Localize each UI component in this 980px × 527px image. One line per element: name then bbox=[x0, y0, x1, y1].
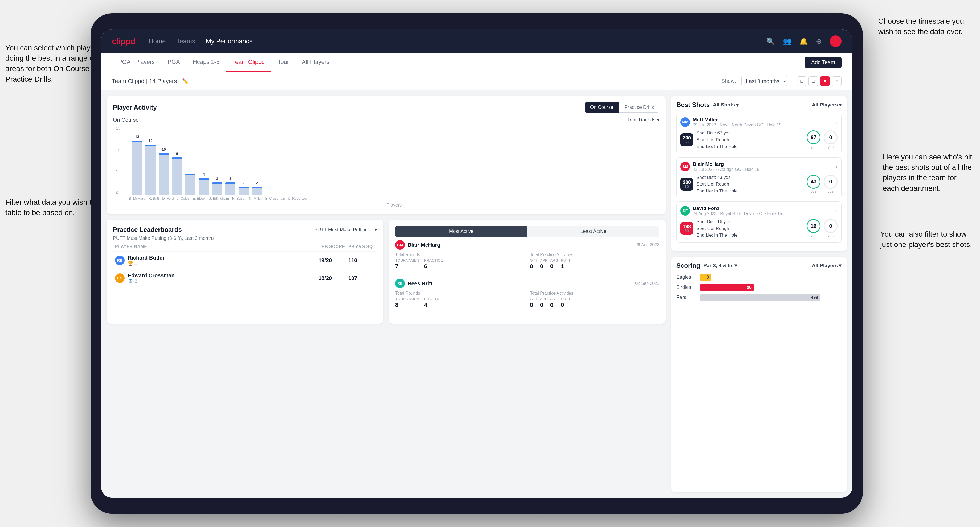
bar-5: 4 bbox=[199, 178, 209, 195]
bar-chart: 13 12 10 9 5 4 bbox=[129, 126, 659, 195]
scoring-birdies-row: Birdies 96 bbox=[676, 284, 842, 291]
subnav-hcaps[interactable]: Hcaps 1-5 bbox=[186, 53, 226, 71]
active-player-rees[interactable]: RB Rees Britt 02 Sep 2023 Total Rounds bbox=[395, 279, 659, 313]
scoring-eagles-row: Eagles 3 bbox=[676, 274, 842, 281]
scoring-filter1[interactable]: Par 3, 4 & 5s▾ bbox=[703, 262, 737, 268]
subnav-tour[interactable]: Tour bbox=[271, 53, 295, 71]
practice-activities-group-2: Total Practice Activities GTT 0 APP bbox=[530, 291, 659, 308]
subnav-pgat[interactable]: PGAT Players bbox=[112, 53, 161, 71]
chart-dropdown[interactable]: Total Rounds ▾ bbox=[627, 117, 659, 123]
shot-info-1: Shot Dist: 67 yds Start Lie: Rough End L… bbox=[696, 130, 803, 150]
plb-row-2[interactable]: EC Edward Crossman 🥈2 18/20 107 bbox=[113, 269, 377, 287]
shot-stat-circle-2: 43 bbox=[807, 175, 821, 189]
plb-player-info-1: Richard Butler 🏆1 bbox=[128, 255, 315, 266]
nav-teams[interactable]: Teams bbox=[176, 38, 195, 45]
view-grid3-btn[interactable]: ⊟ bbox=[808, 76, 818, 86]
tournament-col-2: Tournament 8 bbox=[395, 297, 422, 308]
players-axis-label: Players bbox=[129, 203, 659, 208]
bar-group-2[interactable]: 10 bbox=[159, 153, 169, 195]
search-icon[interactable]: 🔍 bbox=[767, 37, 775, 46]
show-select[interactable]: Last 3 months Last month Last 6 months L… bbox=[741, 76, 787, 86]
annotation-player-select: You can select which player isdoing the … bbox=[5, 43, 105, 84]
bar-group-1[interactable]: 12 bbox=[145, 144, 156, 195]
plb-col-score: PB SCORE bbox=[322, 244, 348, 249]
practice-act-title-1: Total Practice Activities bbox=[530, 252, 659, 257]
shot-details-row-2: 200 SG Shot Dist: 43 yds Start Lie: Roug… bbox=[680, 174, 838, 195]
shot-player-meta-1: 09 Jun 2023 · Royal North Devon GC · Hol… bbox=[693, 123, 781, 127]
plb-player-info-2: Edward Crossman 🥈2 bbox=[128, 273, 315, 284]
bar-group-4[interactable]: 5 bbox=[185, 174, 196, 195]
nav-home[interactable]: Home bbox=[149, 38, 165, 45]
active-stats-2: Total Rounds Tournament 8 Practice bbox=[395, 291, 659, 308]
shot-item-2[interactable]: BM Blair McHarg 23 Jul 2023 · Aldridge G… bbox=[676, 157, 842, 198]
team-name-label: Team Clippd | 14 Players bbox=[112, 78, 177, 85]
nav-right: 🔍 👥 🔔 ⊕ bbox=[767, 35, 842, 47]
user-avatar[interactable] bbox=[830, 35, 842, 47]
bar-group-5[interactable]: 4 bbox=[199, 178, 209, 195]
shot-avatar-3: DF bbox=[680, 206, 690, 216]
plb-avg-2: 107 bbox=[348, 275, 375, 281]
plb-subtitle: PUTT Must Make Putting (3-6 ft), Last 3 … bbox=[113, 236, 377, 241]
active-player-header-2: RB Rees Britt 02 Sep 2023 bbox=[395, 279, 659, 288]
putt-col-2: PUTT 0 bbox=[561, 297, 571, 308]
plb-avg-1: 110 bbox=[348, 257, 375, 264]
best-shots-card: Best Shots All Shots▾ All Players▾ MM bbox=[671, 96, 847, 251]
bar-group-3[interactable]: 9 bbox=[172, 157, 182, 195]
nav-items: Home Teams My Performance bbox=[149, 38, 253, 45]
scoring-birdies-label: Birdies bbox=[676, 284, 698, 290]
all-shots-dropdown[interactable]: All Shots▾ bbox=[713, 102, 738, 108]
scoring-birdies-value: 96 bbox=[747, 285, 751, 290]
on-course-toggle[interactable]: On Course bbox=[584, 102, 619, 113]
plb-dropdown[interactable]: PUTT Must Make Putting ... ▾ bbox=[314, 227, 377, 233]
active-player-blair[interactable]: BM Blair McHarg 26 Aug 2023 Total Rounds bbox=[395, 240, 659, 275]
subnav-pga[interactable]: PGA bbox=[161, 53, 186, 71]
shot-item-1[interactable]: MM Matt Miller 09 Jun 2023 · Royal North… bbox=[676, 113, 842, 154]
shot-player-details-1: Matt Miller 09 Jun 2023 · Royal North De… bbox=[693, 117, 781, 127]
bar-group-6[interactable]: 3 bbox=[212, 182, 222, 195]
putt-col-1: PUTT 1 bbox=[561, 258, 571, 270]
most-active-button[interactable]: Most Active bbox=[395, 226, 527, 237]
bar-group-9[interactable]: 2 bbox=[252, 187, 262, 195]
practice-col-2: Practice 4 bbox=[424, 297, 443, 308]
bar-group-0[interactable]: 13 bbox=[132, 141, 142, 195]
tablet-screen: clippd Home Teams My Performance 🔍 👥 🔔 ⊕… bbox=[101, 29, 852, 498]
shot-item-3[interactable]: DF David Ford 24 Aug 2023 · Royal North … bbox=[676, 202, 842, 243]
users-icon[interactable]: 👥 bbox=[783, 37, 791, 46]
subnav-all-players[interactable]: All Players bbox=[295, 53, 336, 71]
subnav-team-clippd[interactable]: Team Clippd bbox=[226, 53, 271, 71]
bar-8: 2 bbox=[239, 187, 249, 195]
shot-stat-dist-1: 67 yds bbox=[807, 130, 821, 149]
plb-row-1[interactable]: RB Richard Butler 🏆1 19/20 110 bbox=[113, 251, 377, 269]
active-player-name-2: Rees Britt bbox=[407, 281, 433, 287]
shot-chevron-2: › bbox=[836, 163, 838, 170]
plb-avatar-1: RB bbox=[115, 256, 125, 265]
shot-badge-2: 200 SG bbox=[680, 178, 693, 190]
logo: clippd bbox=[112, 37, 135, 46]
all-players-dropdown[interactable]: All Players▾ bbox=[812, 102, 842, 108]
view-heart-btn[interactable]: ♥ bbox=[820, 76, 830, 86]
view-list-btn[interactable]: ≡ bbox=[832, 76, 842, 86]
on-course-label: On Course bbox=[113, 117, 139, 123]
bar-group-7[interactable]: 3 bbox=[225, 182, 235, 195]
least-active-button[interactable]: Least Active bbox=[527, 226, 659, 237]
bar-7: 3 bbox=[225, 182, 235, 195]
gtt-col-2: GTT 0 bbox=[530, 297, 538, 308]
nav-my-performance[interactable]: My Performance bbox=[206, 38, 253, 45]
bottom-panels: Practice Leaderboards PUTT Must Make Put… bbox=[107, 220, 666, 324]
shot-details-row-1: 200 SG Shot Dist: 67 yds Start Lie: Roug… bbox=[680, 130, 838, 150]
practice-drills-toggle[interactable]: Practice Drills bbox=[619, 102, 659, 113]
edit-icon[interactable]: ✏️ bbox=[182, 78, 189, 84]
add-team-button[interactable]: Add Team bbox=[805, 57, 842, 68]
shot-stat-remain-1: 0 yds bbox=[824, 130, 838, 149]
shot-avatar-2: BM bbox=[680, 162, 690, 171]
plus-circle-icon[interactable]: ⊕ bbox=[816, 37, 822, 46]
active-player-name-1: Blair McHarg bbox=[407, 242, 440, 248]
view-grid4-btn[interactable]: ⊞ bbox=[797, 76, 807, 86]
bell-icon[interactable]: 🔔 bbox=[799, 37, 808, 46]
subnav-right: Add Team bbox=[805, 57, 842, 68]
annotation-timescale: Choose the timescale youwish to see the … bbox=[878, 16, 964, 37]
plb-score-2: 18/20 bbox=[318, 275, 345, 281]
shot-badge-1: 200 SG bbox=[680, 133, 693, 146]
bar-group-8[interactable]: 2 bbox=[239, 187, 249, 195]
scoring-filter2[interactable]: All Players▾ bbox=[812, 262, 842, 268]
